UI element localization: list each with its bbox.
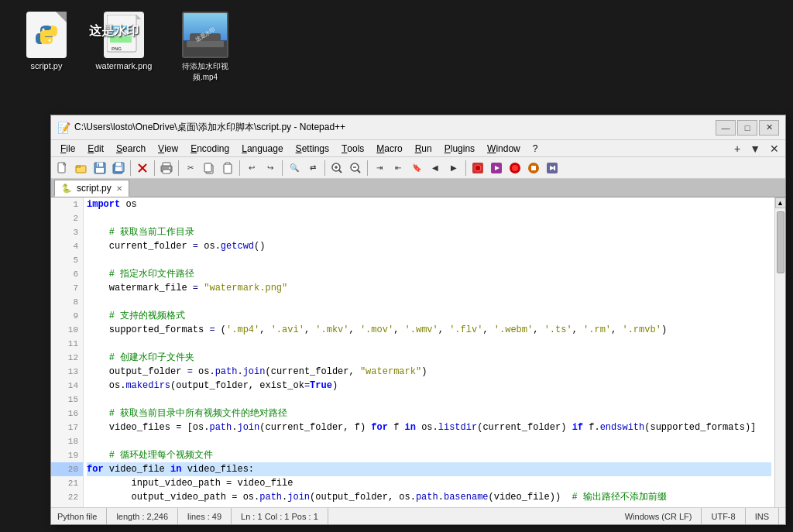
desktop: script.py PNG watermark.png (0, 0, 793, 108)
line-num-15: 15 (51, 393, 83, 407)
code-line-19: # 循环处理每个视频文件 (87, 448, 771, 462)
tb-copy[interactable] (201, 160, 218, 177)
tb-close[interactable] (134, 160, 151, 177)
svg-rect-27 (163, 170, 170, 173)
menu-edit[interactable]: Edit (81, 140, 110, 157)
minimize-button[interactable]: — (716, 120, 736, 136)
menu-dropdown-button[interactable]: ▼ (747, 142, 764, 155)
line-num-10: 10 (51, 323, 83, 337)
line-num-17: 17 (51, 420, 83, 434)
watermark-png-label: watermark.png (96, 61, 153, 70)
menu-tools[interactable]: Tools (335, 140, 370, 157)
menu-plugins[interactable]: Plugins (438, 140, 481, 157)
tab-script-py[interactable]: 🐍 script.py ✕ (54, 180, 129, 197)
code-line-11 (87, 337, 771, 351)
tb-save[interactable] (91, 160, 108, 177)
status-line-endings: Windows (CR LF) (616, 508, 702, 524)
desktop-watermark-text: 这是水印 (89, 23, 139, 39)
toolbar-sep-3 (178, 160, 179, 176)
scrollbar-thumb[interactable] (777, 211, 784, 273)
svg-rect-33 (226, 163, 229, 164)
toolbar-sep-5 (282, 160, 283, 176)
notepad-window: 📝 C:\Users\losto\OneDrive\桌面\添加水印脚本\scri… (50, 115, 786, 525)
menu-window[interactable]: Window (481, 140, 527, 157)
tb-save-all[interactable] (110, 160, 127, 177)
tab-close-button[interactable]: ✕ (116, 184, 122, 193)
menu-close-button[interactable]: ✕ (767, 142, 782, 155)
desktop-icon-video[interactable]: 这是水印 待添加水印视 频.mp4 (170, 12, 240, 83)
tb-run-btn[interactable] (469, 160, 486, 177)
line-num-19: 19 (51, 448, 83, 462)
toolbar-sep-8 (465, 160, 466, 176)
tb-zoom-in[interactable] (328, 160, 345, 177)
toolbar-sep-4 (239, 160, 240, 176)
menu-language[interactable]: Language (235, 140, 289, 157)
menu-add-button[interactable]: + (731, 142, 743, 155)
line-num-7: 7 (51, 281, 83, 295)
tb-record[interactable] (506, 160, 524, 177)
tab-icon: 🐍 (61, 184, 72, 194)
menu-encoding[interactable]: Encoding (184, 140, 235, 157)
tb-print[interactable] (158, 160, 175, 177)
tb-new[interactable] (54, 160, 71, 177)
line-num-20: 20 (51, 462, 83, 476)
line-num-22: 22 (51, 490, 83, 504)
toolbar-sep-1 (130, 160, 131, 176)
code-line-20: for video_file in video_files: (87, 462, 771, 476)
code-area[interactable]: import os # 获取当前工作目录 current_folder = os… (84, 197, 774, 507)
tb-zoom-out[interactable] (347, 160, 364, 177)
menu-bar-right: + ▼ ✕ (731, 142, 782, 155)
line-num-9: 9 (51, 309, 83, 323)
desktop-icon-script[interactable]: script.py (15, 12, 77, 70)
line-num-16: 16 (51, 407, 83, 420)
tb-outdent[interactable]: ⇤ (390, 160, 407, 177)
tb-paste[interactable] (219, 160, 236, 177)
close-button[interactable]: ✕ (759, 120, 779, 136)
menu-run[interactable]: Run (409, 140, 438, 157)
tb-redo[interactable]: ↪ (262, 160, 279, 177)
svg-rect-30 (204, 163, 211, 172)
code-line-4: current_folder = os.getcwd() (87, 239, 771, 253)
tb-run-macro[interactable] (544, 160, 561, 177)
window-title: C:\Users\losto\OneDrive\桌面\添加水印脚本\script… (74, 121, 716, 134)
tb-find[interactable]: 🔍 (286, 160, 303, 177)
menu-settings[interactable]: Settings (290, 140, 335, 157)
maximize-button[interactable]: □ (737, 120, 757, 136)
line-numbers: 1 2 3 4 5 6 7 8 9 10 11 12 13 14 15 16 1… (51, 197, 84, 507)
code-line-9: # 支持的视频格式 (87, 309, 771, 323)
scrollbar-vertical[interactable]: ▲ (774, 197, 785, 507)
line-num-4: 4 (51, 239, 83, 253)
tb-bookmark[interactable]: 🔖 (408, 160, 425, 177)
tb-indent[interactable]: ⇥ (371, 160, 388, 177)
status-lines: lines : 49 (178, 508, 232, 524)
editor[interactable]: 1 2 3 4 5 6 7 8 9 10 11 12 13 14 15 16 1… (51, 197, 785, 507)
menu-file[interactable]: File (54, 140, 81, 157)
menu-macro[interactable]: Macro (370, 140, 408, 157)
tb-prev-bookmark[interactable]: ◀ (427, 160, 444, 177)
video-mp4-label: 待添加水印视 频.mp4 (182, 61, 228, 83)
scroll-up-button[interactable]: ▲ (775, 197, 786, 208)
tb-replace[interactable]: ⇄ (304, 160, 321, 177)
script-py-label: script.py (31, 61, 63, 70)
code-line-22: output_video_path = os.path.join(output_… (87, 490, 771, 504)
menu-help[interactable]: ? (527, 140, 544, 157)
tb-undo[interactable]: ↩ (243, 160, 260, 177)
line-num-1: 1 (51, 197, 83, 211)
title-bar: 📝 C:\Users\losto\OneDrive\桌面\添加水印脚本\scri… (51, 115, 785, 140)
menu-view[interactable]: View (152, 140, 184, 157)
tb-cut[interactable]: ✂ (182, 160, 199, 177)
menu-bar: File Edit Search View Encoding Language … (51, 140, 785, 157)
tab-label: script.py (77, 183, 112, 194)
tb-next-bookmark[interactable]: ▶ (445, 160, 462, 177)
toolbar-sep-2 (154, 160, 155, 176)
svg-rect-18 (96, 168, 104, 173)
menu-search[interactable]: Search (110, 140, 152, 157)
code-line-10: supported_formats = ('.mp4', '.avi', '.m… (87, 323, 771, 337)
code-line-18 (87, 434, 771, 448)
tb-macro-play[interactable] (488, 160, 505, 177)
tb-open[interactable] (73, 160, 90, 177)
desktop-icon-watermark[interactable]: PNG watermark.png (93, 12, 155, 70)
status-position: Ln : 1 Col : 1 Pos : 1 (232, 508, 328, 524)
line-num-3: 3 (51, 225, 83, 239)
tb-stop-record[interactable] (525, 160, 542, 177)
